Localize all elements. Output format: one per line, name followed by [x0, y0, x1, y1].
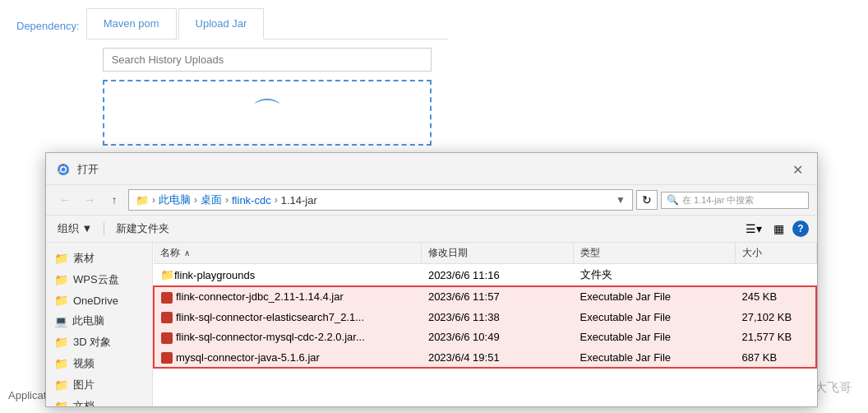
- back-button[interactable]: ←: [54, 190, 76, 210]
- toolbar-right: ☰▾ ▦ ?: [743, 219, 809, 239]
- cell-size: 27,102 KB: [736, 307, 817, 327]
- address-bar: ← → ↑ 📁 › 此电脑 › 桌面 › flink-cdc › 1.14-ja…: [46, 185, 817, 216]
- folder-icon-wps: 📁: [54, 273, 68, 286]
- sidebar-item-pictures[interactable]: 📁 图片: [46, 374, 152, 396]
- cell-date: 2023/6/6 11:38: [422, 307, 574, 327]
- sidebar-label-wps: WPS云盘: [73, 272, 119, 287]
- tab-maven-pom[interactable]: Maven pom: [86, 8, 177, 39]
- col-header-type[interactable]: 类型: [574, 243, 736, 264]
- cell-size: 21,577 KB: [736, 327, 817, 348]
- dialog-toolbar: 组织 ▼ 新建文件夹 ☰▾ ▦ ?: [46, 216, 817, 243]
- cell-date: 2023/6/6 10:49: [422, 327, 574, 348]
- sidebar-label-onedrive: OneDrive: [73, 295, 118, 307]
- cell-size: 245 KB: [736, 286, 817, 307]
- breadcrumb-computer[interactable]: 📁: [136, 194, 149, 206]
- cell-type: Executable Jar File: [574, 286, 736, 307]
- file-table: 名称 ∧ 修改日期 类型 大小 📁flink-playgrounds 2023/…: [153, 243, 817, 369]
- file-dialog: 打开 ✕ ← → ↑ 📁 › 此电脑 › 桌面 › flink-cdc › 1.…: [45, 152, 818, 407]
- refresh-button[interactable]: ↻: [636, 190, 658, 210]
- folder-icon-onedrive: 📁: [54, 294, 68, 307]
- sidebar-item-videos[interactable]: 📁 视频: [46, 353, 152, 374]
- view-detail-button[interactable]: ☰▾: [743, 219, 764, 239]
- breadcrumb-current-folder: 1.14-jar: [281, 194, 317, 206]
- upload-icon: ⌒: [252, 93, 282, 133]
- pc-icon: 💻: [54, 315, 67, 327]
- forward-button[interactable]: →: [79, 190, 100, 210]
- search-input[interactable]: [103, 48, 432, 72]
- table-row[interactable]: flink-sql-connector-elasticsearch7_2.1..…: [154, 307, 816, 327]
- folder-icon-materials: 📁: [54, 252, 68, 265]
- dialog-close-button[interactable]: ✕: [787, 160, 807, 179]
- breadcrumb-this-pc[interactable]: 此电脑: [159, 193, 191, 207]
- folder-icon-pictures: 📁: [54, 378, 68, 392]
- sidebar-label-documents: 文档: [73, 399, 95, 406]
- search-placeholder-text: 在 1.14-jar 中搜索: [682, 194, 754, 206]
- table-row[interactable]: 📁flink-playgrounds 2023/6/6 11:16 文件夹: [154, 264, 816, 287]
- cell-name: 📁flink-playgrounds: [154, 264, 422, 287]
- organize-button[interactable]: 组织 ▼: [54, 220, 95, 238]
- cell-type: 文件夹: [574, 264, 736, 287]
- breadcrumb-flink-cdc[interactable]: flink-cdc: [232, 194, 271, 206]
- col-header-name[interactable]: 名称 ∧: [154, 243, 422, 264]
- breadcrumb-bar: 📁 › 此电脑 › 桌面 › flink-cdc › 1.14-jar ▼: [128, 189, 633, 211]
- sidebar-label-pictures: 图片: [73, 378, 95, 392]
- file-list-area: 名称 ∧ 修改日期 类型 大小 📁flink-playgrounds 2023/…: [153, 243, 817, 406]
- table-row[interactable]: mysql-connector-java-5.1.6.jar 2023/6/4 …: [154, 347, 816, 368]
- tab-upload-jar[interactable]: Upload Jar: [178, 8, 265, 39]
- sort-arrow-name: ∧: [184, 248, 190, 258]
- cell-date: 2023/6/4 19:51: [422, 347, 574, 368]
- col-header-date[interactable]: 修改日期: [422, 243, 574, 264]
- cell-type: Executable Jar File: [574, 327, 736, 348]
- sidebar-item-documents[interactable]: 📁 文档: [46, 396, 152, 406]
- sidebar-item-3d[interactable]: 📁 3D 对象: [46, 332, 152, 353]
- dialog-titlebar: 打开 ✕: [46, 153, 817, 185]
- sidebar: 📁 素材 📁 WPS云盘 📁 OneDrive 💻 此电脑 📁 3D 对象 📁: [46, 243, 153, 406]
- upload-zone[interactable]: ⌒: [103, 80, 432, 146]
- breadcrumb-desktop[interactable]: 桌面: [201, 193, 222, 207]
- sidebar-label-3d: 3D 对象: [73, 335, 111, 350]
- dependency-label: Dependency:: [16, 20, 80, 32]
- sidebar-item-onedrive[interactable]: 📁 OneDrive: [46, 290, 152, 310]
- sidebar-label-materials: 素材: [73, 251, 95, 266]
- cell-type: Executable Jar File: [574, 307, 736, 327]
- view-large-button[interactable]: ▦: [768, 219, 789, 239]
- sidebar-item-wps[interactable]: 📁 WPS云盘: [46, 269, 152, 290]
- dialog-chrome-icon: [56, 162, 71, 177]
- col-header-size[interactable]: 大小: [736, 243, 817, 264]
- folder-icon-documents: 📁: [54, 400, 68, 406]
- up-button[interactable]: ↑: [104, 190, 125, 210]
- jar-icon: [161, 312, 173, 323]
- folder-icon-3d: 📁: [54, 336, 68, 349]
- dialog-search-box[interactable]: 🔍 在 1.14-jar 中搜索: [661, 192, 809, 209]
- jar-icon: [161, 292, 173, 304]
- table-header: 名称 ∧ 修改日期 类型 大小: [154, 243, 816, 264]
- new-folder-button[interactable]: 新建文件夹: [113, 220, 173, 238]
- cell-name: flink-sql-connector-elasticsearch7_2.1..…: [154, 307, 422, 327]
- search-icon: 🔍: [667, 194, 679, 206]
- cell-name: flink-connector-jdbc_2.11-1.14.4.jar: [154, 286, 422, 307]
- cell-size: 687 KB: [736, 347, 817, 368]
- dialog-title: 打开: [77, 162, 787, 177]
- cell-name: flink-sql-connector-mysql-cdc-2.2.0.jar.…: [154, 327, 422, 348]
- sidebar-label-videos: 视频: [73, 356, 95, 371]
- folder-icon: 📁: [160, 268, 174, 281]
- table-row[interactable]: flink-connector-jdbc_2.11-1.14.4.jar 202…: [154, 286, 816, 307]
- sidebar-item-materials[interactable]: 📁 素材: [46, 248, 152, 269]
- search-area: [86, 39, 448, 72]
- folder-icon-videos: 📁: [54, 357, 68, 370]
- jar-icon: [161, 352, 173, 364]
- table-row[interactable]: flink-sql-connector-mysql-cdc-2.2.0.jar.…: [154, 327, 816, 348]
- sidebar-label-this-pc: 此电脑: [72, 313, 104, 328]
- dialog-content: 📁 素材 📁 WPS云盘 📁 OneDrive 💻 此电脑 📁 3D 对象 📁: [46, 243, 817, 406]
- svg-point-2: [62, 168, 66, 172]
- dependency-row: Dependency: Maven pom Upload Jar ⌒: [0, 0, 868, 154]
- cell-name: mysql-connector-java-5.1.6.jar: [154, 347, 422, 368]
- cell-date: 2023/6/6 11:16: [422, 264, 574, 287]
- sidebar-item-this-pc[interactable]: 💻 此电脑: [46, 310, 152, 332]
- help-button[interactable]: ?: [792, 220, 809, 237]
- cell-size: [736, 264, 817, 287]
- cell-type: Executable Jar File: [574, 347, 736, 368]
- tabs-container: Maven pom Upload Jar: [86, 8, 448, 39]
- toolbar-sep: [104, 222, 104, 235]
- cell-date: 2023/6/6 11:57: [422, 286, 574, 307]
